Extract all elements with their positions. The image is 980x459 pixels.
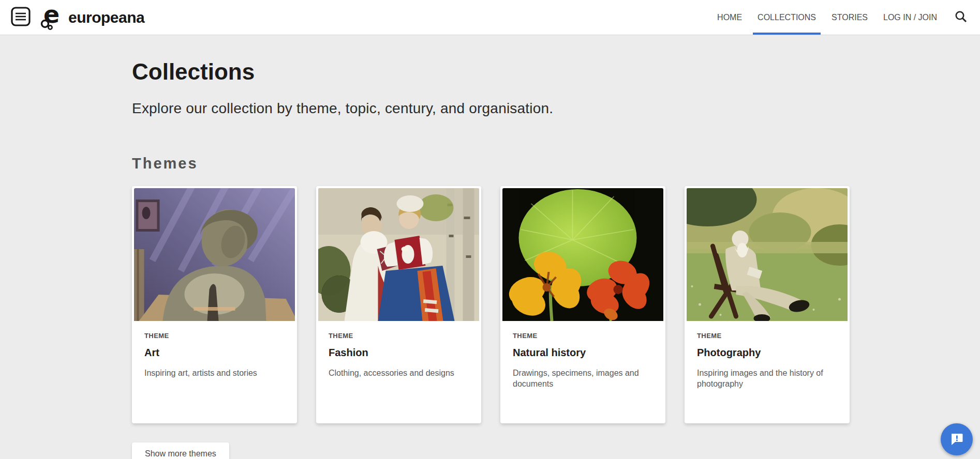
natural-history-theme-image: [502, 188, 663, 321]
europeana-logo-icon: e: [39, 3, 64, 32]
hamburger-icon: [10, 6, 31, 28]
europeana-logo[interactable]: e europeana: [39, 3, 144, 32]
art-card-body: THEME Art Inspiring art, artists and sto…: [134, 321, 295, 389]
theme-description: Inspiring art, artists and stories: [144, 368, 285, 378]
fashion-card-body: THEME Fashion Clothing, accessories and …: [318, 321, 479, 389]
theme-label: THEME: [329, 332, 469, 340]
themes-section-heading: Themes: [132, 155, 851, 172]
page-title: Collections: [132, 35, 851, 85]
theme-title: Photography: [697, 347, 837, 359]
theme-title: Art: [144, 347, 285, 359]
top-header: e europeana HOME COLLECTIONS STORIES LOG…: [0, 0, 980, 35]
theme-description: Drawings, specimens, images and document…: [513, 368, 653, 389]
theme-card-photography[interactable]: THEME Photography Inspiring images and t…: [685, 186, 850, 423]
theme-title: Fashion: [329, 347, 469, 359]
fashion-theme-image: [318, 188, 479, 321]
show-more-themes-button[interactable]: Show more themes: [132, 442, 229, 459]
europeana-logo-text: europeana: [68, 9, 144, 26]
theme-description: Clothing, accessories and designs: [329, 368, 469, 378]
natural-history-card-body: THEME Natural history Drawings, specimen…: [502, 321, 663, 400]
photography-theme-image: [687, 188, 848, 321]
art-theme-image: [134, 188, 295, 321]
theme-label: THEME: [144, 332, 285, 340]
nav-item-stories[interactable]: STORIES: [824, 0, 875, 35]
main-navigation: HOME COLLECTIONS STORIES LOG IN / JOIN: [709, 0, 945, 35]
theme-card-natural-history[interactable]: THEME Natural history Drawings, specimen…: [500, 186, 665, 423]
search-icon: [954, 10, 968, 25]
theme-title: Natural history: [513, 347, 653, 359]
feedback-chat-icon: [949, 431, 964, 448]
nav-item-home[interactable]: HOME: [709, 0, 750, 35]
hamburger-menu-button[interactable]: [9, 6, 32, 29]
search-button[interactable]: [951, 7, 971, 28]
theme-label: THEME: [513, 332, 653, 340]
feedback-chat-button[interactable]: [941, 423, 973, 455]
theme-description: Inspiring images and the history of phot…: [697, 368, 837, 389]
nav-item-login-join[interactable]: LOG IN / JOIN: [875, 0, 945, 35]
nav-item-collections[interactable]: COLLECTIONS: [750, 0, 824, 35]
page-subtitle: Explore our collection by theme, topic, …: [132, 100, 851, 117]
theme-cards-row: THEME Art Inspiring art, artists and sto…: [132, 186, 851, 423]
theme-label: THEME: [697, 332, 837, 340]
theme-card-fashion[interactable]: THEME Fashion Clothing, accessories and …: [316, 186, 481, 423]
collections-page: Collections Explore our collection by th…: [132, 35, 851, 459]
theme-card-art[interactable]: THEME Art Inspiring art, artists and sto…: [132, 186, 297, 423]
photography-card-body: THEME Photography Inspiring images and t…: [687, 321, 848, 400]
